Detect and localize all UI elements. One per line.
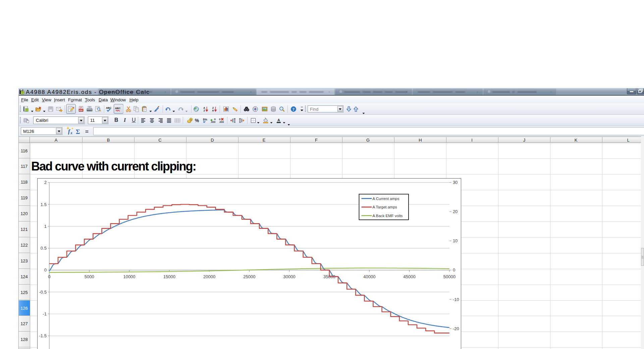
svg-text:.000: .000 <box>219 120 224 123</box>
svg-text:30000: 30000 <box>283 274 295 279</box>
svg-text:0.5: 0.5 <box>40 246 46 251</box>
svg-text:x: x <box>70 131 72 135</box>
svg-text:5000: 5000 <box>84 274 94 279</box>
svg-text:$%: $% <box>203 118 207 121</box>
svg-text:2: 2 <box>44 180 46 185</box>
svg-text:A Target amps: A Target amps <box>372 205 397 209</box>
svg-text:45000: 45000 <box>403 274 415 279</box>
svg-text:1: 1 <box>44 223 46 229</box>
svg-text:25000: 25000 <box>243 274 255 279</box>
svg-text:0: 0 <box>48 274 50 279</box>
svg-text:10: 10 <box>452 238 457 243</box>
svg-text:-0.5: -0.5 <box>39 289 46 294</box>
svg-text:-1: -1 <box>43 311 47 316</box>
svg-text:0: 0 <box>219 118 221 121</box>
svg-text:0: 0 <box>214 118 216 121</box>
svg-text:$: $ <box>191 118 192 121</box>
svg-text:1.5: 1.5 <box>40 202 46 207</box>
svg-text:-10: -10 <box>452 297 459 302</box>
svg-text:50000: 50000 <box>443 274 455 279</box>
svg-text:-20: -20 <box>452 326 459 331</box>
svg-text:A: A <box>277 118 280 122</box>
svg-text:=: = <box>85 129 89 135</box>
svg-text:40000: 40000 <box>363 274 375 279</box>
svg-text:0: 0 <box>452 267 455 272</box>
svg-text:20000: 20000 <box>203 274 215 279</box>
svg-text:ABC: ABC <box>115 107 121 110</box>
svg-text:A Current amps: A Current amps <box>372 196 399 200</box>
svg-text:%: % <box>195 118 199 123</box>
svg-text:15000: 15000 <box>163 274 175 279</box>
svg-text:30: 30 <box>452 180 457 185</box>
svg-text:Σ: Σ <box>76 128 80 135</box>
svg-text:20: 20 <box>452 209 457 214</box>
svg-text:10000: 10000 <box>123 274 135 279</box>
svg-text:A Back EMF volts: A Back EMF volts <box>372 213 402 217</box>
svg-text:-1.5: -1.5 <box>39 333 46 338</box>
svg-text:0: 0 <box>44 267 46 272</box>
